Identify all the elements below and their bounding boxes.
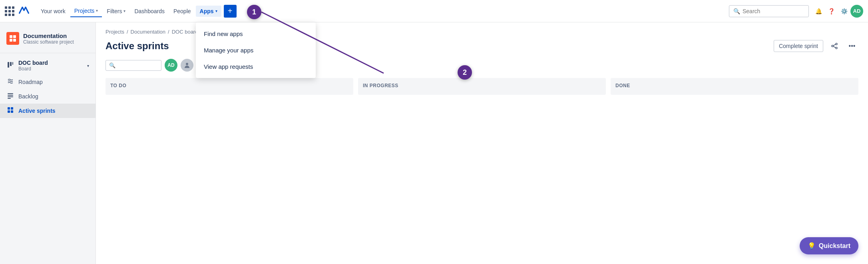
breadcrumb-documentation[interactable]: Documentation (131, 29, 165, 35)
sidebar: Documentation Classic software project D… (0, 22, 96, 264)
dropdown-item-manage-your-apps[interactable]: Manage your apps (196, 42, 316, 58)
filter-avatar-gray[interactable] (181, 59, 193, 72)
svg-point-16 (832, 45, 833, 47)
nav-item-dashboards[interactable]: Dashboards (130, 6, 169, 17)
svg-rect-3 (13, 39, 16, 42)
sidebar-divider (0, 53, 96, 53)
project-info: Documentation Classic software project (23, 32, 74, 45)
help-icon[interactable]: ❓ (825, 5, 838, 18)
search-icon: 🔍 (109, 62, 115, 68)
nav-item-your-work[interactable]: Your work (37, 6, 70, 17)
quickstart-button[interactable]: 💡 Quickstart (800, 237, 858, 254)
svg-rect-8 (8, 95, 13, 96)
svg-rect-7 (8, 93, 13, 94)
grid-menu-icon[interactable] (5, 6, 14, 16)
search-bar[interactable]: 🔍 (729, 5, 809, 17)
svg-rect-2 (10, 39, 12, 42)
complete-sprint-button[interactable]: Complete sprint (774, 40, 823, 52)
annotation-circle-1: 1 (247, 5, 261, 19)
svg-rect-10 (8, 98, 11, 99)
nav-item-apps[interactable]: Apps ▾ (196, 6, 221, 17)
column-done: DONE (611, 78, 858, 95)
sidebar-item-label: Backlog (18, 93, 38, 100)
create-button[interactable]: + (224, 5, 237, 18)
chevron-down-icon: ▾ (87, 64, 89, 68)
main-layout: Documentation Classic software project D… (0, 22, 868, 264)
filter-avatar-ad[interactable]: AD (165, 59, 177, 72)
chevron-down-icon: ▾ (123, 9, 125, 13)
sidebar-item-label: DOC board (18, 60, 48, 66)
project-icon (6, 32, 19, 45)
nav-items: Your work Projects ▾ Filters ▾ Dashboard… (37, 5, 383, 18)
svg-line-18 (833, 44, 836, 46)
svg-point-15 (836, 43, 837, 45)
dropdown-item-view-app-requests[interactable]: View app requests (196, 58, 316, 75)
sidebar-item-label: Roadmap (18, 79, 43, 85)
svg-rect-14 (11, 110, 13, 113)
project-name: Documentation (23, 32, 74, 39)
svg-rect-1 (13, 35, 16, 38)
board-icon (6, 62, 14, 70)
svg-rect-0 (10, 35, 12, 38)
svg-line-19 (833, 46, 836, 48)
user-avatar[interactable]: AD (850, 5, 863, 18)
svg-rect-13 (8, 110, 10, 113)
column-todo-header: TO DO (109, 81, 350, 92)
logo[interactable] (18, 4, 30, 18)
sidebar-item-backlog[interactable]: Backlog (0, 89, 96, 104)
nav-item-filters[interactable]: Filters ▾ (103, 6, 129, 17)
sidebar-item-active-sprints[interactable]: Active sprints (0, 104, 96, 118)
settings-icon[interactable]: ⚙️ (838, 5, 850, 18)
more-options-icon[interactable]: ••• (846, 40, 858, 52)
notifications-icon[interactable]: 🔔 (812, 5, 825, 18)
dropdown-item-find-new-apps[interactable]: Find new apps (196, 26, 316, 42)
breadcrumb-projects[interactable]: Projects (106, 29, 124, 35)
sprints-icon (6, 107, 14, 115)
search-input[interactable] (743, 8, 804, 14)
svg-rect-9 (8, 96, 13, 97)
svg-rect-4 (8, 62, 9, 68)
column-in-progress: IN PROGRESS (358, 78, 606, 95)
nav-item-projects[interactable]: Projects ▾ (70, 5, 102, 17)
svg-point-20 (186, 63, 188, 65)
project-type: Classic software project (23, 39, 74, 45)
svg-rect-6 (12, 62, 13, 65)
filter-search[interactable]: 🔍 (106, 60, 161, 71)
column-todo: TO DO (106, 78, 353, 95)
nav-item-people[interactable]: People (169, 6, 195, 17)
share-icon[interactable] (828, 40, 841, 52)
column-in-progress-header: IN PROGRESS (361, 81, 603, 92)
svg-rect-5 (10, 62, 12, 66)
sidebar-item-roadmap[interactable]: Roadmap (0, 75, 96, 89)
sidebar-item-sub: Board (18, 66, 48, 72)
filter-search-input[interactable] (118, 62, 158, 68)
breadcrumb-doc-board[interactable]: DOC board (172, 29, 198, 35)
svg-rect-11 (8, 107, 10, 110)
sidebar-item-doc-board[interactable]: DOC board Board ▾ (0, 56, 96, 75)
svg-point-17 (836, 47, 837, 49)
annotation-circle-2: 2 (458, 65, 472, 80)
backlog-icon (6, 92, 14, 100)
chevron-down-icon: ▾ (96, 8, 98, 13)
quickstart-label: Quickstart (819, 242, 850, 250)
sidebar-item-label: Active sprints (18, 108, 56, 114)
apps-dropdown: Find new apps Manage your apps View app … (196, 22, 316, 78)
sidebar-project: Documentation Classic software project (0, 29, 96, 51)
roadmap-icon (6, 78, 14, 86)
quickstart-icon: 💡 (808, 242, 816, 250)
svg-rect-12 (11, 107, 13, 110)
search-icon: 🔍 (733, 8, 740, 14)
top-nav: Your work Projects ▾ Filters ▾ Dashboard… (0, 0, 868, 22)
column-done-header: DONE (614, 81, 855, 92)
board: TO DO IN PROGRESS DONE (96, 78, 868, 104)
chevron-down-icon: ▾ (215, 9, 217, 13)
